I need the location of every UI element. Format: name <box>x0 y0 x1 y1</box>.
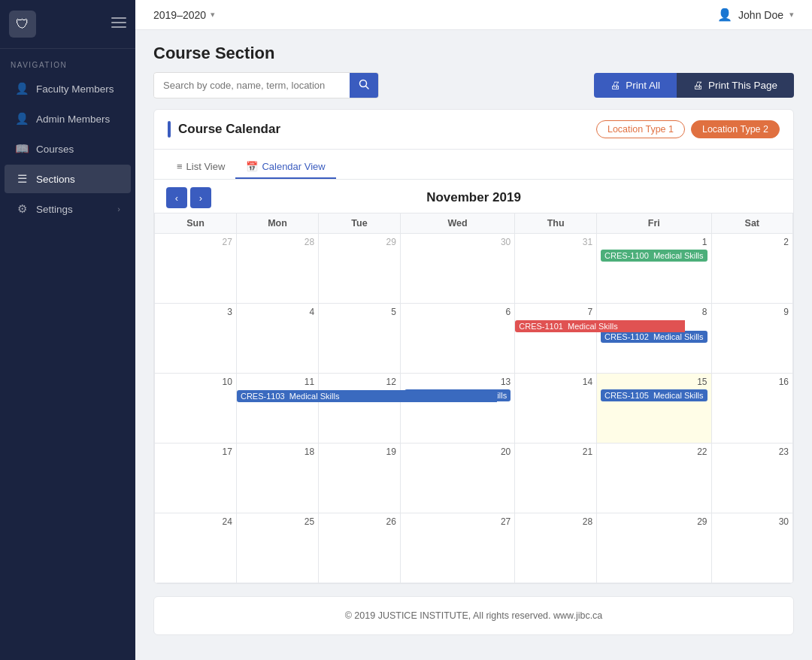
day-header-fri: Fri <box>597 213 711 234</box>
user-icon: 👤 <box>15 82 29 95</box>
calendar-event[interactable]: CRES-1102 Medical Skills <box>601 331 707 343</box>
calendar-day[interactable]: 30 <box>400 234 514 304</box>
prev-month-button[interactable]: ‹ <box>166 187 187 208</box>
location-type-1-button[interactable]: Location Type 1 <box>596 120 685 138</box>
user-icon: 👤 <box>15 112 29 126</box>
day-header-thu: Thu <box>515 213 597 234</box>
calendar-day[interactable]: 24 <box>155 513 237 583</box>
sidebar-item-settings[interactable]: ⚙ Settings › <box>5 195 131 223</box>
calendar-day[interactable]: 29 <box>597 513 711 583</box>
calendar-week: 17 18 19 20 21 22 23 <box>155 444 793 513</box>
next-month-button[interactable]: › <box>190 187 211 208</box>
calendar-day[interactable]: 19 <box>319 444 401 513</box>
svg-rect-1 <box>111 22 126 23</box>
svg-rect-0 <box>111 17 126 19</box>
calendar-week: 27 28 29 30 31 1 CRES-1100 Medical Skill… <box>155 234 793 304</box>
list-view-label: List View <box>186 161 226 172</box>
calendar-day[interactable]: 20 <box>400 444 514 513</box>
calendar-day[interactable]: 27 <box>400 513 514 583</box>
calendar-day[interactable]: 9 <box>711 304 792 374</box>
list-icon: ≡ <box>177 161 183 172</box>
location-type-2-button[interactable]: Location Type 2 <box>691 120 780 138</box>
calendar-day[interactable]: 25 <box>236 513 318 583</box>
day-header-sun: Sun <box>155 213 237 234</box>
calendar-day[interactable]: 29 <box>319 234 401 304</box>
calendar-day[interactable]: 31 <box>515 234 597 304</box>
sidebar-item-courses[interactable]: 📖 Courses <box>5 135 131 163</box>
calendar-day[interactable]: 18 <box>236 444 318 513</box>
footer: © 2019 JUSTICE INSTITUTE, All rights res… <box>153 596 794 635</box>
sidebar-item-label: Admin Members <box>36 114 110 125</box>
calendar-day[interactable]: 4 <box>236 304 318 374</box>
calendar-event[interactable]: CRES-1100 Medical Skills <box>601 250 707 262</box>
calendar-day[interactable]: 10 <box>155 374 237 444</box>
calendar-day[interactable]: 14 <box>515 374 597 444</box>
calendar-day[interactable]: 3 <box>155 304 237 374</box>
calendar-day-today[interactable]: 15 CRES-1105 Medical Skills <box>597 374 711 444</box>
calendar-week: 24 25 26 27 28 29 30 <box>155 513 793 583</box>
footer-text: © 2019 JUSTICE INSTITUTE, All rights res… <box>345 610 603 621</box>
calendar-day[interactable]: 22 <box>597 444 711 513</box>
calendar-day[interactable]: 8 CRES-1102 Medical Skills <box>597 304 711 374</box>
sidebar: 🛡 NAVIGATION 👤 Faculty Members 👤 Admin M… <box>0 0 135 660</box>
page-title: Course Section <box>153 44 794 63</box>
calendar-icon: 📅 <box>246 161 258 172</box>
search-box <box>153 72 379 98</box>
nav-label: NAVIGATION <box>0 49 135 74</box>
calendar-day[interactable]: 5 <box>319 304 401 374</box>
calendar-day[interactable]: 6 <box>400 304 514 374</box>
year-label: 2019–2020 <box>153 9 206 21</box>
printer-icon: 🖨 <box>611 80 621 91</box>
logo-icon: 🛡 <box>9 11 36 38</box>
calendar-day[interactable]: 2 <box>711 234 792 304</box>
calendar-day[interactable]: 23 <box>711 444 792 513</box>
calendar-day[interactable]: 17 <box>155 444 237 513</box>
calendar-day[interactable]: 16 <box>711 374 792 444</box>
book-icon: 📖 <box>15 142 29 156</box>
svg-line-4 <box>366 86 369 89</box>
tab-list-view[interactable]: ≡ List View <box>166 156 235 179</box>
calendar-event-span[interactable]: CRES-1103 Medical Skills <box>237 390 497 402</box>
print-all-button[interactable]: 🖨 Print All <box>594 73 677 98</box>
calendar-day[interactable]: 1 CRES-1100 Medical Skills <box>597 234 711 304</box>
calendar-day[interactable]: 26 <box>319 513 401 583</box>
chevron-right-icon: › <box>117 204 120 213</box>
page-header: Course Section <box>135 30 812 72</box>
calendar-day[interactable]: 21 <box>515 444 597 513</box>
calendar-day[interactable]: 28 <box>515 513 597 583</box>
print-page-label: Print This Page <box>708 80 777 91</box>
calendar-event-span[interactable]: CRES-1101 Medical Skills <box>515 320 685 332</box>
tab-calendar-view[interactable]: 📅 Calendar View <box>235 156 335 179</box>
nav-arrows: ‹ › <box>166 187 211 208</box>
printer-icon: 🖨 <box>693 80 704 91</box>
print-buttons: 🖨 Print All 🖨 Print This Page <box>594 73 794 98</box>
user-avatar-icon: 👤 <box>717 8 732 22</box>
calendar-day[interactable]: 27 <box>155 234 237 304</box>
toolbar: 🖨 Print All 🖨 Print This Page <box>135 72 812 109</box>
user-menu[interactable]: 👤 John Doe ▾ <box>717 8 794 22</box>
calendar-event[interactable]: CRES-1105 Medical Skills <box>601 389 707 401</box>
sidebar-item-sections[interactable]: ☰ Sections <box>5 165 131 193</box>
hamburger-icon[interactable] <box>111 17 126 31</box>
print-all-label: Print All <box>626 80 660 91</box>
calendar-day[interactable]: 7 CRES-1101 Medical Skills <box>515 304 597 374</box>
calendar-card-header: Course Calendar Location Type 1 Location… <box>154 110 793 150</box>
calendar-day[interactable]: 13 CRES-1104 Medical Skills <box>400 374 514 444</box>
calendar-view-label: Calendar View <box>262 161 325 172</box>
svg-rect-2 <box>111 26 126 28</box>
calendar-day[interactable]: 11 CRES-1103 Medical Skills <box>236 374 318 444</box>
sidebar-item-admin-members[interactable]: 👤 Admin Members <box>5 104 131 133</box>
sidebar-item-faculty-members[interactable]: 👤 Faculty Members <box>5 74 131 103</box>
day-header-mon: Mon <box>236 213 318 234</box>
calendar-day[interactable]: 28 <box>236 234 318 304</box>
sidebar-item-label: Faculty Members <box>36 83 114 95</box>
print-page-button[interactable]: 🖨 Print This Page <box>677 73 794 98</box>
search-button[interactable] <box>350 73 378 98</box>
calendar-day[interactable]: 12 <box>319 374 401 444</box>
search-input[interactable] <box>154 74 350 97</box>
gear-icon: ⚙ <box>15 202 29 216</box>
calendar-day[interactable]: 30 <box>711 513 792 583</box>
calendar-card: Course Calendar Location Type 1 Location… <box>153 109 794 584</box>
year-selector[interactable]: 2019–2020 ▾ <box>153 9 215 21</box>
sidebar-item-label: Courses <box>36 144 74 155</box>
